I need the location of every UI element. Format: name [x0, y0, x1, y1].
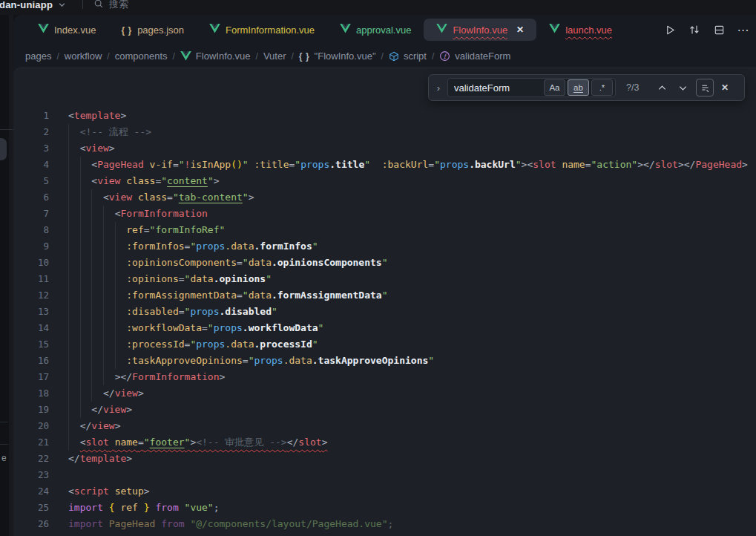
- line-number: 26: [13, 516, 49, 532]
- compare-changes-icon[interactable]: [688, 23, 701, 36]
- tab-FlowInfo.vue[interactable]: FlowInfo.vue✕: [424, 19, 536, 41]
- option-label: Aa: [549, 83, 559, 92]
- breadcrumb-item-Vuter[interactable]: Vuter: [263, 50, 286, 62]
- tab-pages.json[interactable]: { }pages.json: [108, 19, 197, 41]
- line-number: 5: [13, 173, 49, 189]
- use-regex-toggle[interactable]: .*: [591, 79, 613, 96]
- breadcrumb-label: FlowInfo.vue: [196, 50, 251, 62]
- code-line[interactable]: 18 </view>: [13, 385, 756, 402]
- breadcrumb-item-script[interactable]: script: [389, 50, 427, 62]
- breadcrumb-item-FlowInfo.vue[interactable]: { }"FlowInfo.vue": [299, 50, 376, 62]
- search-icon: [93, 0, 104, 11]
- line-number: 4: [13, 157, 49, 173]
- tab-approval.vue[interactable]: approval.vue: [327, 19, 424, 41]
- code-line[interactable]: 23: [13, 467, 756, 483]
- tab-label: approval.vue: [356, 24, 411, 36]
- close-find-icon[interactable]: ✕: [721, 82, 729, 93]
- find-widget: › Aaab.* ?/3 ✕: [428, 74, 745, 101]
- toggle-replace-chevron-icon[interactable]: ›: [433, 82, 444, 94]
- code-line[interactable]: 5 <view class="content">: [13, 173, 756, 189]
- editor-actions: ⋯: [663, 23, 756, 36]
- breadcrumb-label: components: [115, 50, 168, 62]
- code-line[interactable]: 8 ref="formInfoRef": [13, 222, 756, 238]
- code-editor[interactable]: › Aaab.* ?/3 ✕: [13, 68, 756, 536]
- tab-FormInformation.vue[interactable]: FormInformation.vue: [197, 19, 327, 41]
- more-actions-icon[interactable]: ⋯: [737, 23, 750, 36]
- code-line[interactable]: 12 :formAssignmentData="data.formAssignm…: [13, 287, 756, 304]
- close-tab-icon[interactable]: ✕: [516, 25, 524, 34]
- code-line[interactable]: 14 :workflowData="props.workflowData": [13, 320, 756, 336]
- previous-match-icon[interactable]: [656, 82, 668, 94]
- vue-logo-icon: [38, 24, 49, 36]
- code-line[interactable]: 19 </view>: [13, 402, 756, 418]
- breadcrumb-separator: /: [173, 51, 175, 62]
- breadcrumb: pages/workflow/components/FlowInfo.vue/V…: [13, 45, 756, 68]
- svg-text:f: f: [444, 53, 448, 60]
- vue-logo-icon: [180, 51, 191, 61]
- find-input[interactable]: [454, 82, 542, 94]
- line-number: 2: [13, 124, 49, 140]
- chevron-down-icon[interactable]: [58, 1, 66, 9]
- breadcrumb-label: pages: [25, 50, 51, 62]
- run-icon[interactable]: [663, 23, 677, 36]
- split-editor-icon[interactable]: [712, 23, 726, 36]
- search-label: 搜索: [109, 0, 128, 11]
- breadcrumb-label: Vuter: [263, 50, 286, 62]
- code-line[interactable]: 3 <view>: [13, 140, 756, 157]
- code-line[interactable]: 22</template>: [13, 451, 756, 467]
- code-line[interactable]: 17 ></FormInformation>: [13, 369, 756, 385]
- breadcrumb-separator: /: [292, 51, 294, 62]
- dimmed-code: import PageHead from "@/components/layou…: [68, 518, 393, 529]
- code-line[interactable]: 2 <!-- 流程 -->: [13, 124, 756, 140]
- code-line[interactable]: 26import PageHead from "@/components/lay…: [13, 516, 756, 532]
- symbol-module-icon: [389, 51, 399, 62]
- code-line[interactable]: 6 <view class="tab-content">: [13, 189, 756, 206]
- breadcrumb-label: workflow: [65, 50, 102, 62]
- json-braces-icon: { }: [299, 51, 310, 62]
- breadcrumb-item-FlowInfo.vue[interactable]: FlowInfo.vue: [180, 50, 251, 62]
- breadcrumb-label: script: [404, 50, 427, 62]
- match-whole-word-toggle[interactable]: ab: [568, 79, 589, 96]
- line-number: 13: [13, 304, 49, 320]
- breadcrumb-item-components[interactable]: components: [115, 50, 168, 62]
- breadcrumb-item-validateForm[interactable]: fvalidateForm: [439, 50, 510, 62]
- code-line[interactable]: 11 :opinions="data.opinions": [13, 271, 756, 287]
- line-number: 17: [13, 369, 49, 385]
- code-line[interactable]: 4 <PageHead v-if="!isInApp()" :title="pr…: [13, 157, 756, 173]
- sidebar-selected-item-fragment[interactable]: [0, 138, 7, 160]
- code-line[interactable]: 16 :taskApproveOpinions="props.data.task…: [13, 353, 756, 369]
- line-number: 18: [13, 385, 49, 402]
- editor-group: Index.vue{ }pages.jsonFormInformation.vu…: [13, 15, 756, 536]
- project-name[interactable]: dan-uniapp: [0, 0, 53, 10]
- find-in-selection-icon[interactable]: [696, 79, 714, 97]
- breadcrumb-item-workflow[interactable]: workflow: [65, 50, 102, 62]
- breadcrumb-item-pages[interactable]: pages: [25, 50, 51, 62]
- line-number: 6: [13, 189, 49, 206]
- next-match-icon[interactable]: [677, 82, 688, 94]
- line-number: 21: [13, 434, 49, 451]
- code-line[interactable]: 15 :processId="props.data.processId": [13, 336, 756, 353]
- code-line[interactable]: 10 :opinionsComponents="data.opinionsCom…: [13, 255, 756, 271]
- code-line[interactable]: 7 <FormInformation: [13, 206, 756, 222]
- match-case-toggle[interactable]: Aa: [544, 79, 565, 96]
- line-number: 14: [13, 320, 49, 336]
- tab-Index.vue[interactable]: Index.vue: [25, 19, 108, 41]
- breadcrumb-separator: /: [432, 51, 434, 62]
- code-line[interactable]: 25import { ref } from "vue";: [13, 500, 756, 516]
- tab-label: Index.vue: [54, 24, 96, 36]
- line-number: 8: [13, 222, 49, 238]
- code-line[interactable]: 21 <slot name="footer"><!-- 审批意见 --></sl…: [13, 434, 756, 451]
- code-line[interactable]: 24<script setup>: [13, 483, 756, 500]
- code-line[interactable]: 9 :formInfos="props.data.formInfos": [13, 238, 756, 255]
- code-line[interactable]: 20 </view>: [13, 418, 756, 434]
- code-line[interactable]: 1<template>: [13, 108, 756, 124]
- line-number: 19: [13, 402, 49, 418]
- line-number: 16: [13, 353, 49, 369]
- line-number: 10: [13, 255, 49, 271]
- code-line[interactable]: 13 :disabled="props.disabled": [13, 304, 756, 320]
- ide-window: dan-uniapp 搜索 e Index.vue{ }pages.jsonFo…: [0, 0, 756, 536]
- tab-launch.vue[interactable]: launch.vue: [536, 19, 625, 41]
- global-search[interactable]: 搜索: [93, 0, 128, 11]
- breadcrumb-separator: /: [56, 51, 59, 62]
- sidebar-text-fragment: e: [1, 453, 7, 463]
